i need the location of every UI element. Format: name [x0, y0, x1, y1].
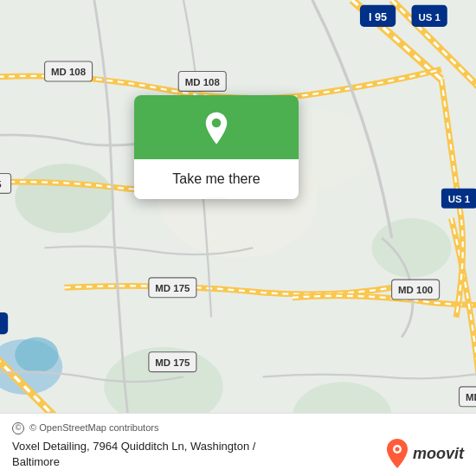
svg-text:MD 108: MD 108 [185, 77, 221, 87]
copyright-icon: © [12, 422, 24, 434]
take-me-there-button[interactable]: Take me there [134, 159, 299, 199]
moovit-logo: moovit [385, 438, 464, 469]
moovit-pin-icon [385, 438, 409, 469]
svg-text:I 95: I 95 [369, 11, 387, 23]
svg-point-2 [15, 338, 58, 373]
svg-point-3 [15, 164, 114, 233]
location-line: Voxel Detailing, 7964 Quidditch Ln, Wash… [12, 438, 464, 469]
location-popup: Take me there [134, 95, 299, 199]
svg-rect-24 [0, 174, 11, 194]
location-name: Voxel Detailing, 7964 Quidditch Ln, Wash… [12, 440, 255, 453]
svg-point-38 [212, 119, 222, 128]
moovit-logo-text: moovit [413, 445, 464, 463]
svg-text:MD 108: MD 108 [51, 67, 87, 77]
svg-text:MD 175: MD 175 [155, 357, 190, 368]
map-background: I 95 US 1 MD 108 MD 108 175 MD 175 MD 17… [0, 0, 476, 476]
svg-text:MD 175: MD 175 [155, 283, 190, 293]
svg-rect-36 [0, 312, 8, 334]
copyright-line: © © OpenStreetMap contributors [12, 422, 464, 434]
svg-text:MD 295: MD 295 [466, 392, 476, 402]
location-pin-icon [198, 111, 235, 147]
svg-text:MD 100: MD 100 [398, 285, 433, 295]
svg-point-40 [395, 447, 399, 452]
svg-text:US 1: US 1 [418, 12, 441, 23]
location-text: Voxel Detailing, 7964 Quidditch Ln, Wash… [12, 438, 255, 469]
bottom-info-bar: © © OpenStreetMap contributors Voxel Det… [0, 413, 476, 476]
map-container: I 95 US 1 MD 108 MD 108 175 MD 175 MD 17… [0, 0, 476, 476]
location-city: Baltimore [12, 455, 60, 468]
copyright-text: © OpenStreetMap contributors [29, 422, 158, 433]
popup-green-header [134, 95, 299, 159]
svg-point-4 [372, 218, 452, 278]
svg-text:US 1: US 1 [448, 194, 471, 204]
